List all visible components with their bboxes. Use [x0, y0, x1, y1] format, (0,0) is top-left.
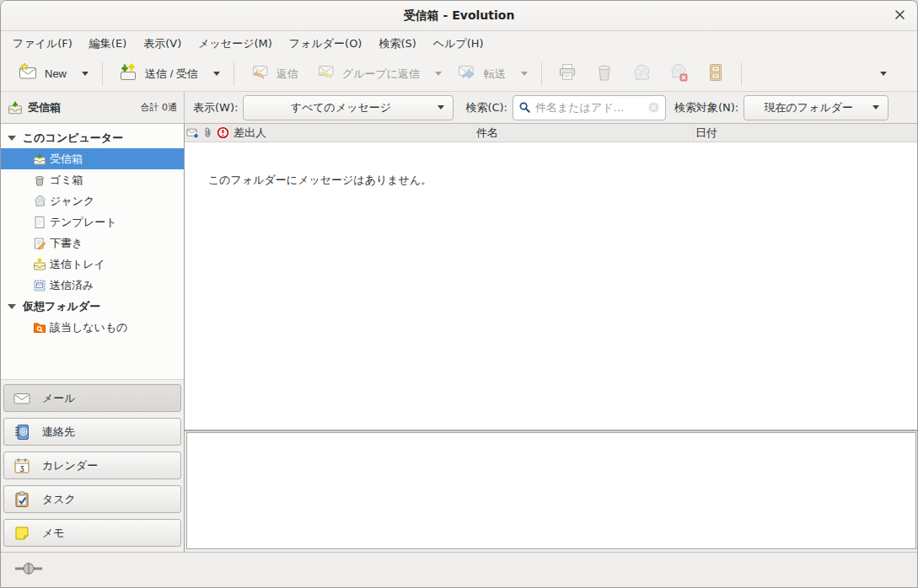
inbox-icon	[33, 152, 46, 166]
close-button[interactable]	[890, 7, 909, 25]
print-icon	[557, 62, 577, 85]
drafts-icon	[33, 237, 46, 250]
forward-label: 転送	[484, 67, 506, 82]
delete-button[interactable]	[586, 57, 623, 90]
sidebar-group-search-folders[interactable]: 仮想フォルダー	[1, 296, 184, 317]
expander-icon[interactable]	[8, 136, 16, 141]
sidebar-item-label: 下書き	[50, 236, 83, 251]
search-label: 検索(C):	[465, 100, 507, 115]
online-status-toggle[interactable]	[11, 559, 46, 581]
sidebar-item-drafts[interactable]: 下書き	[1, 233, 184, 254]
mail-icon	[13, 389, 31, 408]
reply-icon	[250, 62, 270, 85]
send-receive-button[interactable]: 送信 / 受信	[110, 57, 207, 90]
evolution-window: 受信箱 - Evolution ファイル(F) 編集(E) 表示(V) メッセー…	[0, 0, 918, 588]
message-preview-pane	[186, 432, 916, 549]
group-reply-dropdown[interactable]	[428, 67, 448, 81]
pane-splitter[interactable]	[185, 430, 917, 431]
forward-button[interactable]: 転送	[448, 57, 514, 90]
sidebar-group-this-computer[interactable]: このコンピューター	[1, 127, 184, 148]
search-scope-label: 検索対象(N):	[674, 100, 738, 115]
toolbar-separator	[541, 62, 542, 86]
expander-icon[interactable]	[8, 304, 16, 309]
column-date[interactable]: 日付	[694, 124, 917, 142]
toolbar-separator	[234, 62, 234, 86]
group-reply-icon	[315, 62, 336, 85]
current-folder-name: 受信箱	[28, 100, 61, 115]
chevron-down-icon	[82, 72, 89, 76]
current-folder-header: 受信箱 合計 0通	[1, 92, 185, 123]
menu-search[interactable]: 検索(S)	[370, 33, 424, 55]
reply-button[interactable]: 返信	[241, 57, 307, 90]
toolbar: New 送信 / 受信 返信 グループに返信	[1, 56, 917, 92]
folder-sidebar: このコンピューター 受信箱 ゴミ箱	[1, 124, 185, 552]
sidebar-item-unmatched[interactable]: 該当しないもの	[1, 317, 184, 338]
menu-edit[interactable]: 編集(E)	[81, 33, 135, 55]
close-icon	[894, 9, 905, 23]
switcher-mail-button[interactable]: メール	[3, 384, 181, 412]
switcher-calendar-button[interactable]: カレンダー	[3, 452, 181, 479]
switcher-memos-button[interactable]: メモ	[3, 519, 181, 547]
sidebar-item-inbox[interactable]: 受信箱	[1, 148, 184, 169]
send-receive-dropdown[interactable]	[207, 67, 227, 81]
toolbar-overflow-dropdown[interactable]	[873, 67, 894, 81]
not-junk-button[interactable]	[660, 57, 697, 90]
menu-help[interactable]: ヘルプ(H)	[425, 33, 492, 55]
window-title: 受信箱 - Evolution	[404, 8, 515, 24]
switcher-label: カレンダー	[42, 458, 98, 473]
switcher-contacts-button[interactable]: 連絡先	[3, 418, 181, 446]
switcher-tasks-button[interactable]: タスク	[3, 485, 181, 513]
clear-search-icon[interactable]	[647, 101, 660, 114]
archive-button[interactable]	[697, 57, 734, 90]
search-folder-icon	[33, 321, 46, 334]
memos-icon	[13, 524, 31, 543]
search-input[interactable]	[535, 101, 647, 114]
junk-button[interactable]	[623, 57, 660, 90]
trash-icon	[33, 174, 46, 187]
sidebar-item-outbox[interactable]: 送信トレイ	[1, 254, 184, 275]
titlebar: 受信箱 - Evolution	[1, 1, 917, 31]
sidebar-item-junk[interactable]: ジャンク	[1, 190, 184, 211]
send-receive-label: 送信 / 受信	[145, 67, 198, 82]
switcher-label: メール	[42, 391, 76, 406]
send-receive-icon	[118, 62, 138, 85]
important-icon[interactable]	[217, 126, 229, 139]
show-filter-value: すべてのメッセージ	[252, 100, 429, 115]
message-list-pane: このフォルダーにメッセージはありません。	[185, 142, 917, 430]
sidebar-item-label: テンプレート	[50, 215, 117, 230]
attachment-icon[interactable]	[201, 126, 214, 139]
menu-view[interactable]: 表示(V)	[135, 33, 190, 55]
print-button[interactable]	[549, 57, 586, 90]
new-message-dropdown[interactable]	[75, 67, 95, 81]
group-reply-button[interactable]: グループに返信	[307, 57, 428, 90]
menu-folder[interactable]: フォルダー(O)	[281, 33, 371, 55]
menu-file[interactable]: ファイル(F)	[4, 33, 81, 55]
column-from[interactable]: 差出人	[232, 124, 475, 142]
show-filter-dropdown[interactable]: すべてのメッセージ	[243, 95, 454, 120]
menu-message[interactable]: メッセージ(M)	[190, 33, 281, 55]
view-switcher: メール 連絡先 カレンダー	[1, 379, 184, 552]
delete-icon	[594, 62, 615, 85]
sidebar-item-templates[interactable]: テンプレート	[1, 211, 184, 233]
column-subject[interactable]: 件名	[475, 124, 694, 142]
switcher-label: メモ	[42, 526, 65, 541]
chevron-down-icon	[521, 72, 528, 76]
message-status-icon[interactable]	[186, 126, 199, 139]
message-list-header: 差出人 件名 日付	[185, 124, 917, 142]
sidebar-item-trash[interactable]: ゴミ箱	[1, 169, 184, 190]
search-scope-value: 現在のフォルダー	[753, 100, 864, 115]
search-scope-dropdown[interactable]: 現在のフォルダー	[744, 95, 888, 120]
sidebar-item-label: 該当しないもの	[50, 320, 128, 335]
sidebar-item-label: ジャンク	[50, 194, 94, 209]
online-plug-icon	[14, 562, 43, 578]
status-bar	[1, 552, 917, 587]
column-subject-label: 件名	[476, 126, 498, 141]
chevron-down-icon	[880, 72, 887, 76]
sidebar-item-label: 送信済み	[50, 278, 94, 293]
junk-icon	[33, 195, 46, 208]
forward-dropdown[interactable]	[514, 67, 534, 81]
column-from-label: 差出人	[234, 126, 266, 141]
search-box	[513, 95, 666, 120]
sidebar-item-sent[interactable]: 送信済み	[1, 275, 184, 296]
new-message-button[interactable]: New	[9, 57, 75, 90]
